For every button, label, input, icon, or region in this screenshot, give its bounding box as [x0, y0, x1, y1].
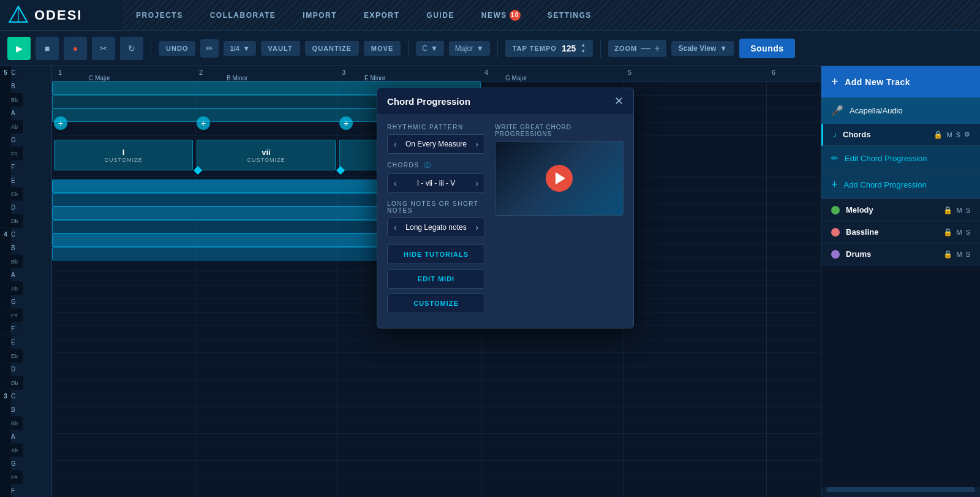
grid-dropdown[interactable]: 1/4 ▼: [224, 41, 255, 56]
piano-row-B4[interactable]: B: [0, 241, 51, 255]
nav-projects[interactable]: PROJECTS: [123, 0, 197, 30]
piano-row-C5[interactable]: 5C: [0, 66, 51, 80]
nav-guide[interactable]: GUIDE: [413, 0, 468, 30]
key-Db4[interactable]: Db: [11, 376, 23, 390]
key-C3[interactable]: C: [11, 390, 20, 403]
drums-solo-btn[interactable]: S: [966, 251, 970, 258]
vault-button[interactable]: VAULT: [261, 41, 300, 56]
hide-tutorials-btn[interactable]: HIDE TUTORIALS: [387, 245, 485, 264]
chords-selector[interactable]: ‹ I - vii - iii - V ›: [387, 173, 485, 193]
piano-row-F5[interactable]: F: [0, 161, 51, 174]
piano-row-B5[interactable]: B: [0, 80, 51, 93]
chord-dialog-close[interactable]: ✕: [614, 96, 624, 107]
play-button[interactable]: ▶: [7, 37, 31, 60]
key-C5[interactable]: C: [11, 66, 20, 80]
key-Bb5[interactable]: Bb: [11, 93, 23, 107]
piano-row-F3[interactable]: F: [0, 484, 51, 497]
key-F3[interactable]: F: [11, 484, 20, 497]
piano-row-A4[interactable]: A: [0, 268, 51, 282]
solo-btn[interactable]: S: [956, 131, 960, 138]
tap-tempo-label[interactable]: TAP TEMPO: [513, 45, 557, 52]
mute-btn[interactable]: M: [946, 131, 952, 138]
add-new-track-button[interactable]: + Add New Track: [821, 66, 980, 97]
key-Eb5[interactable]: Eb: [11, 188, 23, 201]
key-F#4[interactable]: F#: [11, 309, 23, 322]
piano-row-G4[interactable]: G: [0, 295, 51, 309]
chord-I-customize[interactable]: CUSTOMIZE: [105, 157, 143, 163]
key-G3[interactable]: G: [11, 457, 21, 471]
chord-block-I[interactable]: I CUSTOMIZE: [54, 140, 193, 170]
edit-icon[interactable]: ✏: [200, 39, 219, 58]
key-B5[interactable]: B: [11, 80, 20, 93]
key-F5[interactable]: F: [11, 161, 20, 174]
scale-view-button[interactable]: Scale View ▼: [671, 41, 735, 56]
key-C4[interactable]: C: [11, 228, 20, 241]
piano-row-E4[interactable]: E: [0, 336, 51, 349]
bassline-mute-btn[interactable]: M: [956, 229, 962, 236]
key-Bb4[interactable]: Bb: [11, 255, 23, 268]
piano-row-C4[interactable]: 4C: [0, 228, 51, 241]
chord-block-vii[interactable]: vii CUSTOMIZE: [197, 140, 336, 170]
key-F#3[interactable]: F#: [11, 471, 23, 484]
key-E4[interactable]: E: [11, 336, 20, 349]
stop-button[interactable]: ■: [36, 37, 59, 60]
piano-row-A3[interactable]: A: [0, 430, 51, 444]
piano-row-Bb5[interactable]: Bb: [0, 93, 51, 107]
bassline-track-item[interactable]: Bassline 🔒 M S: [821, 221, 980, 243]
add-btn-3[interactable]: +: [339, 116, 353, 130]
piano-row-Eb4[interactable]: Eb: [0, 349, 51, 363]
key-F#5[interactable]: F#: [11, 147, 23, 161]
track-area[interactable]: 1 C Major 2 B Minor 3 E Minor 4 G Major …: [52, 66, 821, 497]
sounds-button[interactable]: Sounds: [739, 39, 794, 58]
scissors-button[interactable]: ✂: [92, 37, 115, 60]
key-G4[interactable]: G: [11, 295, 21, 309]
customize-btn[interactable]: CUSTOMIZE: [387, 294, 485, 313]
key-A3[interactable]: A: [11, 430, 20, 444]
move-button[interactable]: MOVE: [364, 41, 401, 56]
notes-selector[interactable]: ‹ Long Legato notes ›: [387, 218, 485, 237]
nav-import[interactable]: IMPORT: [289, 0, 350, 30]
sidebar-scrollbar[interactable]: [826, 487, 975, 492]
add-btn-2[interactable]: +: [197, 116, 210, 130]
video-thumbnail[interactable]: [495, 141, 624, 216]
key-B4[interactable]: B: [11, 241, 20, 255]
quantize-button[interactable]: QUANTIZE: [305, 41, 359, 56]
zoom-in-btn[interactable]: +: [654, 43, 660, 54]
key-Db5[interactable]: Db: [11, 214, 23, 228]
melody-lock-icon[interactable]: 🔒: [943, 206, 952, 214]
piano-row-B3[interactable]: B: [0, 403, 51, 417]
scale-selector[interactable]: Major ▼: [449, 41, 490, 56]
key-D5[interactable]: D: [11, 201, 20, 214]
drums-mute-btn[interactable]: M: [956, 251, 962, 258]
piano-row-D4[interactable]: D: [0, 363, 51, 376]
melody-mute-btn[interactable]: M: [956, 207, 962, 214]
piano-row-Db4[interactable]: Db: [0, 376, 51, 390]
key-F4[interactable]: F: [11, 322, 20, 336]
key-A4[interactable]: A: [11, 268, 20, 282]
piano-row-Ab4[interactable]: Ab: [0, 282, 51, 295]
edit-chord-btn[interactable]: ✏ Edit Chord Progression: [821, 146, 980, 171]
drums-track-item[interactable]: Drums 🔒 M S: [821, 243, 980, 265]
piano-row-F4[interactable]: F: [0, 322, 51, 336]
piano-row-G3[interactable]: G: [0, 457, 51, 471]
piano-row-E5[interactable]: E: [0, 174, 51, 188]
drums-lock-icon[interactable]: 🔒: [943, 250, 952, 259]
piano-row-D5[interactable]: D: [0, 201, 51, 214]
chord-vii-customize[interactable]: CUSTOMIZE: [247, 157, 285, 163]
piano-row-Ab3[interactable]: Ab: [0, 444, 51, 457]
key-Eb4[interactable]: Eb: [11, 349, 23, 363]
key-Ab5[interactable]: Ab: [11, 120, 23, 134]
key-G5[interactable]: G: [11, 134, 21, 147]
piano-row-Bb4[interactable]: Bb: [0, 255, 51, 268]
video-play-button[interactable]: [546, 165, 573, 192]
key-Bb3[interactable]: Bb: [11, 417, 23, 430]
key-A5[interactable]: A: [11, 107, 20, 120]
add-chord-btn[interactable]: + Add Chord Progression: [821, 171, 980, 199]
undo-button[interactable]: UNDO: [159, 41, 195, 56]
loop-button[interactable]: ↻: [120, 37, 143, 60]
nav-collaborate[interactable]: COLLABORATE: [197, 0, 290, 30]
piano-row-A5[interactable]: A: [0, 107, 51, 120]
melody-track-item[interactable]: Melody 🔒 M S: [821, 199, 980, 221]
melody-solo-btn[interactable]: S: [966, 207, 970, 214]
key-selector[interactable]: C ▼: [416, 41, 444, 56]
